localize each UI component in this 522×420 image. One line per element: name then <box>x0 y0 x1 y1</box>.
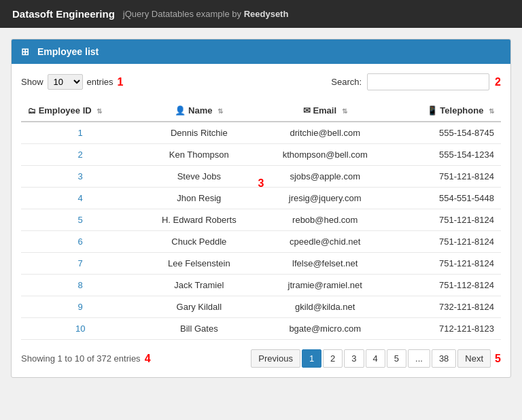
brand-name: Datasoft Engineering <box>12 8 115 20</box>
search-control: Search: 2 <box>331 73 501 90</box>
cell-name: Dennis Ritchie <box>139 122 258 144</box>
prev-button[interactable]: Previous <box>251 349 300 368</box>
cell-id[interactable]: 7 <box>21 253 139 275</box>
cell-id[interactable]: 3 <box>21 166 139 188</box>
card-body: Show 10 25 50 100 entries 1 Search: 2 <box>12 64 510 377</box>
cell-telephone: 751-121-8124 <box>392 231 501 253</box>
card-header: Employee list <box>12 39 510 64</box>
table-body: 1 Dennis Ritchie dritchie@bell.com 555-1… <box>21 122 501 340</box>
col-header-telephone: 📱 Telephone ⇅ <box>392 100 501 122</box>
topbar-subtitle: jQuery Datatables example by Reedyseth <box>123 9 289 19</box>
col-name-label: Name <box>188 105 215 116</box>
cell-email: lfelse@felset.net <box>258 253 392 275</box>
page-button-4[interactable]: 4 <box>366 349 385 368</box>
table-row: 7 Lee Felsenstein lfelse@felset.net 751-… <box>21 253 501 275</box>
person-icon: 👤 <box>175 105 186 116</box>
col-header-id: 🗂 Employee ID ⇅ <box>21 100 139 122</box>
page-button-ellipsis: ... <box>408 349 430 368</box>
col-email-label: Email <box>313 105 338 116</box>
cell-email: cpeedle@chid.net <box>258 231 392 253</box>
pagination-area: Previous 1 2 3 4 5 ... 38 Next 5 <box>251 349 501 368</box>
cell-name: Jhon Resig <box>139 188 258 209</box>
table-row: 6 Chuck Peddle cpeedle@chid.net 751-121-… <box>21 231 501 253</box>
page-button-38[interactable]: 38 <box>432 349 456 368</box>
col-header-email: ✉ Email ⇅ <box>258 100 392 122</box>
cell-telephone: 555-154-8745 <box>392 122 501 144</box>
cell-name: Gary Kildall <box>139 296 258 318</box>
table-row: 9 Gary Kildall gkild@kilda.net 732-121-8… <box>21 296 501 318</box>
table-row: 1 Dennis Ritchie dritchie@bell.com 555-1… <box>21 122 501 144</box>
entries-label: entries <box>87 77 114 87</box>
card-title: Employee list <box>37 46 99 57</box>
showing-text-area: Showing 1 to 10 of 372 entries 4 <box>21 353 151 365</box>
next-button[interactable]: Next <box>457 349 491 368</box>
cell-id[interactable]: 5 <box>21 209 139 231</box>
annotation-2: 2 <box>495 76 501 88</box>
annotation-4: 4 <box>145 353 151 365</box>
table-row: 5 H. Edward Roberts rebob@hed.com 751-12… <box>21 209 501 231</box>
pagination: Previous 1 2 3 4 5 ... 38 Next <box>251 349 491 368</box>
page-button-5[interactable]: 5 <box>387 349 406 368</box>
cell-name: Steve Jobs <box>139 166 258 188</box>
cell-email: rebob@hed.com <box>258 209 392 231</box>
cell-email: sjobs@apple.com <box>258 166 392 188</box>
cell-name: Bill Gates <box>139 318 258 340</box>
table-row: 10 Bill Gates bgate@micro.com 712-121-81… <box>21 318 501 340</box>
table-header-row: 🗂 Employee ID ⇅ 👤 Name ⇅ ✉ Email <box>21 100 501 122</box>
cell-id[interactable]: 8 <box>21 275 139 296</box>
search-label: Search: <box>331 77 362 87</box>
cell-id[interactable]: 1 <box>21 122 139 144</box>
id-icon: 🗂 <box>28 106 36 116</box>
cell-email: gkild@kilda.net <box>258 296 392 318</box>
cell-id[interactable]: 4 <box>21 188 139 209</box>
entries-per-page-select[interactable]: 10 25 50 100 <box>48 74 83 90</box>
cell-telephone: 555-154-1234 <box>392 144 501 166</box>
annotation-3-pos: 3 <box>258 177 264 192</box>
show-label: Show <box>21 77 44 87</box>
cell-email: bgate@micro.com <box>258 318 392 340</box>
cell-telephone: 554-551-5448 <box>392 188 501 209</box>
annotation-3: 3 <box>258 177 264 189</box>
col-id-label: Employee ID <box>39 105 94 116</box>
col-telephone-label: Telephone <box>440 105 486 116</box>
cell-name: Jack Tramiel <box>139 275 258 296</box>
page-button-1[interactable]: 1 <box>302 349 321 368</box>
cell-telephone: 712-121-8123 <box>392 318 501 340</box>
phone-icon: 📱 <box>427 105 438 116</box>
cell-email: dritchie@bell.com <box>258 122 392 144</box>
cell-email: jtramie@ramiel.net <box>258 275 392 296</box>
sort-icon-name[interactable]: ⇅ <box>218 108 223 115</box>
showing-text: Showing 1 to 10 of 372 entries <box>21 353 141 364</box>
subtitle-prefix: jQuery Datatables example by <box>123 9 241 19</box>
cell-name: Lee Felsenstein <box>139 253 258 275</box>
annotation-5: 5 <box>495 353 501 365</box>
col-header-name: 👤 Name ⇅ <box>139 100 258 122</box>
cell-id[interactable]: 10 <box>21 318 139 340</box>
cell-telephone: 751-121-8124 <box>392 166 501 188</box>
cell-name: H. Edward Roberts <box>139 209 258 231</box>
sort-icon-id[interactable]: ⇅ <box>97 108 102 115</box>
sort-icon-email[interactable]: ⇅ <box>342 108 347 115</box>
grid-icon <box>21 46 32 57</box>
cell-telephone: 751-121-8124 <box>392 209 501 231</box>
page-button-3[interactable]: 3 <box>344 349 364 368</box>
controls-bottom: Showing 1 to 10 of 372 entries 4 Previou… <box>21 349 501 368</box>
annotation-1: 1 <box>118 76 124 88</box>
cell-id[interactable]: 6 <box>21 231 139 253</box>
main-container: Employee list Show 10 25 50 100 entries … <box>0 28 522 389</box>
cell-telephone: 751-112-8124 <box>392 275 501 296</box>
cell-email: kthompson@bell.com <box>258 144 392 166</box>
controls-top: Show 10 25 50 100 entries 1 Search: 2 <box>21 73 501 90</box>
cell-email: jresig@jquery.com <box>258 188 392 209</box>
sort-icon-telephone[interactable]: ⇅ <box>489 108 494 115</box>
topbar: Datasoft Engineering jQuery Datatables e… <box>0 0 522 28</box>
cell-id[interactable]: 9 <box>21 296 139 318</box>
page-button-2[interactable]: 2 <box>323 349 343 368</box>
email-icon: ✉ <box>303 105 311 116</box>
table-row: 8 Jack Tramiel jtramie@ramiel.net 751-11… <box>21 275 501 296</box>
cell-telephone: 732-121-8124 <box>392 296 501 318</box>
cell-telephone: 751-121-8124 <box>392 253 501 275</box>
cell-id[interactable]: 2 <box>21 144 139 166</box>
search-input[interactable] <box>367 73 489 90</box>
employee-table: 🗂 Employee ID ⇅ 👤 Name ⇅ ✉ Email <box>21 100 501 340</box>
